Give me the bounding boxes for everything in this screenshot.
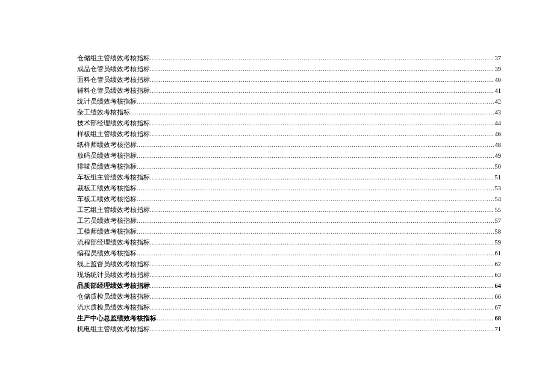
toc-title: 流程部经理绩效考核指标: [77, 237, 150, 248]
toc-leader-dots: [137, 151, 494, 161]
toc-entry: 工艺员绩效考核指标57: [77, 216, 501, 226]
toc-entry: 编程员绩效考核指标61: [77, 248, 501, 259]
toc-entry: 车板组主管绩效考核指标51: [77, 172, 501, 183]
toc-page-number: 41: [494, 86, 502, 96]
toc-entry: 裁板工绩效考核指标53: [77, 183, 501, 194]
toc-page-number: 48: [494, 140, 502, 151]
toc-title: 仓储组主管绩效考核指标: [77, 53, 150, 64]
toc-page-number: 59: [494, 237, 502, 248]
toc-title: 杂工绩效考核指标: [77, 107, 130, 118]
toc-entry: 面料仓管员绩效考核指标40: [77, 75, 501, 86]
toc-entry: 排唛员绩效考核指标50: [77, 161, 501, 172]
toc-page-number: 44: [494, 118, 502, 129]
toc-page-number: 71: [494, 324, 502, 335]
toc-title: 放码员绩效考核指标: [77, 151, 137, 161]
toc-title: 机电组主管绩效考核指标: [77, 324, 150, 335]
toc-title: 编程员绩效考核指标: [77, 248, 137, 259]
toc-page-number: 68: [494, 313, 502, 324]
toc-leader-dots: [137, 248, 494, 259]
toc-title: 辅料仓管员绩效考核指标: [77, 86, 150, 96]
toc-title: 线上监督员绩效考核指标: [77, 259, 150, 270]
toc-entry: 生产中心总监绩效考核指标68: [77, 313, 501, 324]
toc-entry: 纸样师绩效考核指标48: [77, 140, 501, 151]
toc-title: 排唛员绩效考核指标: [77, 161, 137, 172]
toc-entry: 技术部经理绩效考核指标44: [77, 118, 501, 129]
toc-entry: 流水质检员绩效考核指标67: [77, 302, 501, 313]
toc-leader-dots: [157, 313, 494, 324]
toc-page-number: 57: [494, 216, 502, 226]
toc-page-number: 58: [494, 226, 502, 237]
toc-leader-dots: [150, 118, 494, 129]
toc-leader-dots: [137, 161, 494, 172]
toc-page-number: 51: [494, 172, 502, 183]
toc-entry: 仓储组主管绩效考核指标37: [77, 53, 501, 64]
toc-page-number: 42: [494, 96, 502, 107]
toc-page-number: 61: [494, 248, 502, 259]
toc-entry: 成品仓管员绩效考核指标39: [77, 64, 501, 75]
toc-page-number: 53: [494, 183, 502, 194]
toc-page-number: 43: [494, 107, 502, 118]
toc-page-number: 39: [494, 64, 502, 75]
toc-leader-dots: [137, 216, 494, 226]
toc-entry: 统计员绩效考核指标42: [77, 96, 501, 107]
toc-title: 面料仓管员绩效考核指标: [77, 75, 150, 86]
toc-title: 裁板工绩效考核指标: [77, 183, 137, 194]
toc-title: 品质部经理绩效考核指标: [77, 281, 150, 291]
toc-title: 生产中心总监绩效考核指标: [77, 313, 157, 324]
toc-page-number: 55: [494, 205, 502, 216]
toc-leader-dots: [150, 259, 494, 270]
toc-leader-dots: [150, 237, 494, 248]
toc-title: 样板组主管绩效考核指标: [77, 129, 150, 140]
toc-leader-dots: [150, 291, 494, 302]
toc-title: 统计员绩效考核指标: [77, 96, 137, 107]
toc-leader-dots: [150, 129, 494, 140]
toc-entry: 机电组主管绩效考核指标71: [77, 324, 501, 335]
toc-page-number: 49: [494, 151, 502, 161]
toc-entry: 工模师绩效考核指标58: [77, 226, 501, 237]
toc-title: 车板工绩效考核指标: [77, 194, 137, 205]
toc-title: 流水质检员绩效考核指标: [77, 302, 150, 313]
toc-title: 工艺员绩效考核指标: [77, 216, 137, 226]
toc-page-number: 46: [494, 129, 502, 140]
toc-title: 仓储质检员绩效考核指标: [77, 291, 150, 302]
toc-leader-dots: [150, 53, 494, 64]
toc-page-number: 40: [494, 75, 502, 86]
toc-leader-dots: [137, 226, 494, 237]
toc-entry: 流程部经理绩效考核指标59: [77, 237, 501, 248]
toc-page-number: 67: [494, 302, 502, 313]
toc-page-number: 62: [494, 259, 502, 270]
toc-leader-dots: [150, 86, 494, 96]
toc-leader-dots: [150, 75, 494, 86]
toc-leader-dots: [137, 194, 494, 205]
toc-title: 成品仓管员绩效考核指标: [77, 64, 150, 75]
toc-title: 现场统计员绩效考核指标: [77, 270, 150, 281]
toc-entry: 放码员绩效考核指标49: [77, 151, 501, 161]
toc-entry: 车板工绩效考核指标54: [77, 194, 501, 205]
toc-leader-dots: [150, 270, 494, 281]
toc-title: 纸样师绩效考核指标: [77, 140, 137, 151]
toc-entry: 仓储质检员绩效考核指标66: [77, 291, 501, 302]
toc-page-number: 54: [494, 194, 502, 205]
toc-entry: 杂工绩效考核指标43: [77, 107, 501, 118]
toc-entry: 辅料仓管员绩效考核指标41: [77, 86, 501, 96]
toc-page-number: 50: [494, 161, 502, 172]
toc-page-number: 37: [494, 53, 502, 64]
toc-leader-dots: [150, 302, 494, 313]
toc-leader-dots: [137, 96, 494, 107]
toc-entry: 样板组主管绩效考核指标46: [77, 129, 501, 140]
toc-entry: 线上监督员绩效考核指标62: [77, 259, 501, 270]
toc-entry: 现场统计员绩效考核指标63: [77, 270, 501, 281]
toc-leader-dots: [150, 64, 494, 75]
toc-leader-dots: [137, 183, 494, 194]
toc-leader-dots: [130, 107, 494, 118]
toc-title: 工艺组主管绩效考核指标: [77, 205, 150, 216]
toc-title: 工模师绩效考核指标: [77, 226, 137, 237]
toc-page-number: 66: [494, 291, 502, 302]
table-of-contents: 仓储组主管绩效考核指标37成品仓管员绩效考核指标39面料仓管员绩效考核指标40辅…: [77, 53, 501, 335]
toc-leader-dots: [150, 324, 494, 335]
toc-page-number: 63: [494, 270, 502, 281]
toc-leader-dots: [150, 172, 494, 183]
toc-leader-dots: [137, 140, 494, 151]
toc-title: 技术部经理绩效考核指标: [77, 118, 150, 129]
toc-leader-dots: [150, 205, 494, 216]
